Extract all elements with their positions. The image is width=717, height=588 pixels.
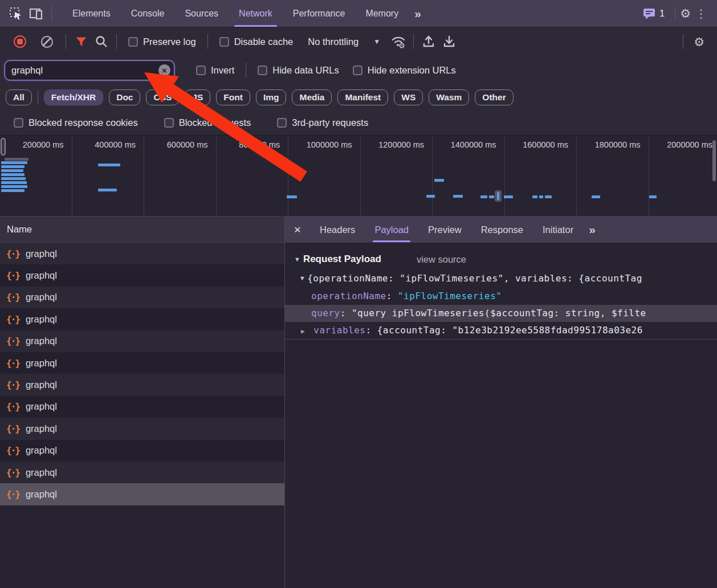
payload-prop-operationName[interactable]: operationName: "ipFlowTimeseries" xyxy=(285,288,717,305)
prop-key: operationName xyxy=(311,291,386,301)
divider xyxy=(675,6,675,21)
disable-cache-checkbox[interactable]: Disable cache xyxy=(219,36,294,47)
request-row[interactable]: {·}graphql xyxy=(0,396,284,418)
device-toolbar-icon[interactable] xyxy=(26,3,47,24)
filter-chip-ws[interactable]: WS xyxy=(394,89,423,105)
request-row[interactable]: {·}graphql xyxy=(0,352,284,374)
view-source-link[interactable]: view source xyxy=(417,254,466,265)
dropdown-arrow-icon: ▼ xyxy=(373,38,380,46)
request-payload-section[interactable]: ▼ Request Payload view source xyxy=(285,250,717,268)
detail-tabs: HeadersPayloadPreviewResponseInitiator xyxy=(310,217,583,243)
fetch-xhr-icon: {·} xyxy=(6,270,19,281)
filter-funnel-icon[interactable] xyxy=(71,31,91,52)
timeline-label: 800000 ms xyxy=(239,140,280,149)
search-icon[interactable] xyxy=(91,31,112,52)
request-row[interactable]: {·}graphql xyxy=(0,418,284,439)
timeline-bar xyxy=(5,158,28,161)
detail-tab-preview[interactable]: Preview xyxy=(418,217,471,243)
clear-network-log-icon[interactable] xyxy=(41,36,53,48)
detail-more-tabs-icon[interactable]: » xyxy=(583,223,601,236)
filter-box: × xyxy=(5,60,174,80)
network-conditions-icon[interactable] xyxy=(388,31,409,52)
request-name: graphql xyxy=(26,379,57,390)
timeline-bar xyxy=(98,189,117,191)
filter-chip-media[interactable]: Media xyxy=(292,89,332,105)
blocked-response-cookies-checkbox[interactable]: Blocked response cookies xyxy=(14,117,138,128)
tab-console[interactable]: Console xyxy=(121,0,175,27)
request-row[interactable]: {·}graphql xyxy=(0,483,284,505)
settings-gear-icon[interactable]: ⚙ xyxy=(680,7,691,19)
filter-chip-css[interactable]: CSS xyxy=(146,89,179,105)
payload-prop-query[interactable]: query: "query ipFlowTimeseries($accountT… xyxy=(285,305,717,322)
filter-chip-other[interactable]: Other xyxy=(475,89,513,105)
detail-tab-headers[interactable]: Headers xyxy=(310,217,365,243)
inspect-element-icon[interactable] xyxy=(6,3,26,24)
detail-tab-initiator[interactable]: Initiator xyxy=(533,217,583,243)
filter-input[interactable] xyxy=(5,60,174,80)
timeline-bar xyxy=(1,181,27,184)
timeline-bar xyxy=(532,195,537,198)
detail-tab-response[interactable]: Response xyxy=(471,217,533,243)
filter-chip-font[interactable]: Font xyxy=(216,89,250,105)
request-name: graphql xyxy=(26,248,57,259)
tab-network[interactable]: Network xyxy=(229,0,283,27)
throttling-value: No throttling xyxy=(308,36,358,47)
request-row[interactable]: {·}graphql xyxy=(0,287,284,308)
preserve-log-checkbox[interactable]: Preserve log xyxy=(128,36,196,47)
timeline-scrollbar-thumb[interactable] xyxy=(712,140,716,181)
tab-memory[interactable]: Memory xyxy=(355,0,409,27)
more-tabs-icon[interactable]: » xyxy=(409,7,427,21)
request-name: graphql xyxy=(26,489,57,500)
filter-chip-js[interactable]: JS xyxy=(185,89,210,105)
divider xyxy=(116,34,117,49)
expanded-triangle-icon: ▼ xyxy=(294,256,300,263)
tab-sources[interactable]: Sources xyxy=(174,0,229,27)
hide-extension-urls-checkbox[interactable]: Hide extension URLs xyxy=(353,65,456,76)
timeline-label: 400000 ms xyxy=(95,140,136,149)
timeline-selected-marker xyxy=(495,190,502,202)
filter-chip-all[interactable]: All xyxy=(6,89,32,105)
network-settings-gear-icon[interactable]: ⚙ xyxy=(688,36,710,48)
name-column-header[interactable]: Name xyxy=(0,217,284,243)
tab-performance[interactable]: Performance xyxy=(283,0,356,27)
request-row[interactable]: {·}graphql xyxy=(0,440,284,462)
detail-tab-payload[interactable]: Payload xyxy=(365,217,418,243)
import-har-icon[interactable] xyxy=(418,31,439,52)
request-row[interactable]: {·}graphql xyxy=(0,264,284,286)
record-button[interactable] xyxy=(14,35,26,48)
checkbox-icon xyxy=(277,118,287,128)
filter-chip-wasm[interactable]: Wasm xyxy=(429,89,469,105)
hide-extension-urls-label: Hide extension URLs xyxy=(368,65,456,76)
fetch-xhr-icon: {·} xyxy=(6,489,19,500)
filter-chip-fetch-xhr[interactable]: Fetch/XHR xyxy=(44,89,103,105)
request-row[interactable]: {·}graphql xyxy=(0,243,284,264)
throttling-dropdown[interactable]: No throttling ▼ xyxy=(308,36,380,47)
filter-chip-manifest[interactable]: Manifest xyxy=(337,89,388,105)
hide-data-urls-checkbox[interactable]: Hide data URLs xyxy=(258,65,339,76)
request-detail-pane: × HeadersPayloadPreviewResponseInitiator… xyxy=(285,217,717,588)
tab-elements[interactable]: Elements xyxy=(62,0,121,27)
request-row[interactable]: {·}graphql xyxy=(0,330,284,352)
request-row[interactable]: {·}graphql xyxy=(0,308,284,330)
resource-type-chips: AllFetch/XHRDocCSSJSFontImgMediaManifest… xyxy=(0,84,717,110)
issues-icon[interactable] xyxy=(642,7,656,20)
timeline-scroll-handle[interactable] xyxy=(1,138,6,156)
clear-filter-icon[interactable]: × xyxy=(158,64,170,76)
filter-chip-img[interactable]: Img xyxy=(256,89,287,105)
detail-tabbar: × HeadersPayloadPreviewResponseInitiator… xyxy=(285,217,717,243)
request-row[interactable]: {·}graphql xyxy=(0,462,284,483)
timeline-column: 1400000 ms xyxy=(433,136,505,216)
fetch-xhr-icon: {·} xyxy=(6,336,19,346)
payload-root-preview[interactable]: ▼ {operationName: "ipFlowTimeseries", va… xyxy=(285,268,717,288)
blocked-requests-checkbox[interactable]: Blocked requests xyxy=(164,117,251,128)
request-row[interactable]: {·}graphql xyxy=(0,374,284,395)
timeline-label: 1400000 ms xyxy=(451,140,496,149)
filter-chip-doc[interactable]: Doc xyxy=(109,89,140,105)
kebab-menu-icon[interactable]: ⋮ xyxy=(691,7,711,21)
export-har-icon[interactable] xyxy=(439,31,459,52)
invert-checkbox[interactable]: Invert xyxy=(196,65,234,76)
payload-prop-variables[interactable]: ▶ variables: {accountTag: "b12e3b2192ee5… xyxy=(285,322,717,339)
close-detail-icon[interactable]: × xyxy=(285,223,310,236)
network-overview-timeline[interactable]: 200000 ms400000 ms600000 ms800000 ms1000… xyxy=(0,135,717,217)
third-party-requests-checkbox[interactable]: 3rd-party requests xyxy=(277,117,368,128)
